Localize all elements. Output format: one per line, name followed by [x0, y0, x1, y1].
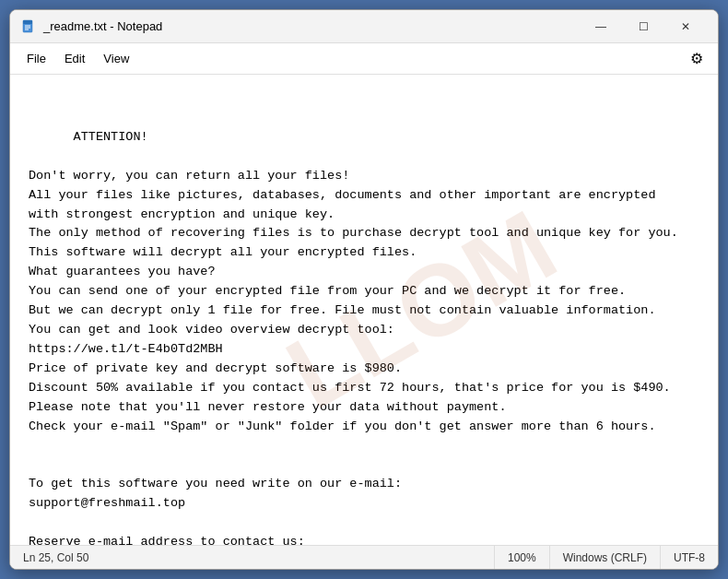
window-controls: — ☐ ✕ [580, 12, 707, 41]
app-icon [21, 19, 36, 34]
menubar: File Edit View ⚙ [10, 43, 718, 75]
content-area: LLOM ATTENTION! Don't worry, you can ret… [10, 75, 718, 545]
menu-file[interactable]: File [18, 48, 55, 69]
close-button[interactable]: ✕ [664, 12, 707, 41]
notepad-window: _readme.txt - Notepad — ☐ ✕ File Edit Vi… [9, 9, 719, 570]
status-zoom: 100% [495, 546, 550, 569]
minimize-button[interactable]: — [580, 12, 622, 41]
window-title: _readme.txt - Notepad [43, 19, 580, 33]
maximize-button[interactable]: ☐ [622, 12, 664, 41]
status-encoding: UTF-8 [661, 546, 718, 569]
text-editor[interactable]: LLOM ATTENTION! Don't worry, you can ret… [10, 75, 718, 545]
status-line-endings: Windows (CRLF) [550, 546, 661, 569]
settings-icon[interactable]: ⚙ [683, 46, 710, 71]
statusbar: Ln 25, Col 50 100% Windows (CRLF) UTF-8 [10, 545, 718, 569]
status-position: Ln 25, Col 50 [10, 546, 495, 569]
editor-content: ATTENTION! Don't worry, you can return a… [29, 130, 678, 545]
titlebar: _readme.txt - Notepad — ☐ ✕ [10, 10, 718, 43]
svg-rect-1 [23, 20, 32, 24]
menu-view[interactable]: View [94, 48, 138, 69]
menu-edit[interactable]: Edit [55, 48, 94, 69]
